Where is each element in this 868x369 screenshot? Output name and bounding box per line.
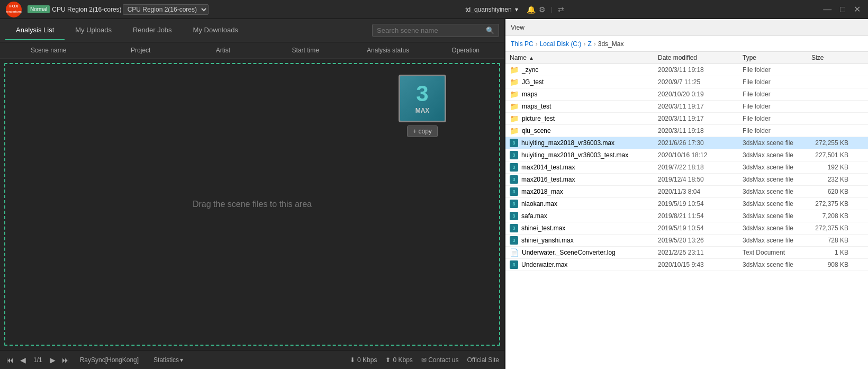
file-date-cell: 2020/3/11 19:17: [654, 103, 738, 110]
file-row[interactable]: 3 huiyiting_max2018_vr36003.max 2021/6/2…: [505, 137, 868, 149]
gear-icon[interactable]: ⚙: [539, 5, 546, 14]
file-name-cell: 📁 qiu_scene: [505, 127, 654, 135]
view-label: View: [511, 24, 525, 31]
file-name-cell: 📁 picture_test: [505, 114, 654, 123]
file-row[interactable]: 3 shinei_test.max 2019/5/19 10:54 3dsMax…: [505, 222, 868, 235]
file-type-cell: File folder: [738, 127, 807, 134]
file-row[interactable]: 📁 maps_test 2020/3/11 19:17 File folder: [505, 101, 868, 113]
file-row[interactable]: 📁 _zync 2020/3/11 19:18 File folder: [505, 64, 868, 76]
file-size-cell: 232 KB: [807, 176, 855, 183]
nav-first-button[interactable]: ⏮: [5, 356, 15, 364]
col-date-header[interactable]: Date modified: [654, 54, 738, 61]
main-area: Analysis List My Uploads Render Jobs My …: [0, 19, 868, 369]
file-row[interactable]: 📄 Underwater._SceneConverter.log 2021/2/…: [505, 247, 868, 259]
file-row[interactable]: 📁 maps 2020/10/20 0:19 File folder: [505, 88, 868, 101]
col-name-header[interactable]: Name ▲: [505, 54, 654, 61]
file-date-cell: 2020/10/15 9:43: [654, 261, 738, 268]
file-size-cell: 272,375 KB: [807, 224, 855, 232]
tab-bar: Analysis List My Uploads Render Jobs My …: [0, 19, 504, 42]
search-input[interactable]: [377, 26, 483, 34]
file-date-cell: 2019/8/21 11:54: [654, 212, 738, 220]
file-name-text: niaokan.max: [521, 200, 557, 208]
statistics-button[interactable]: Statistics ▾: [153, 356, 183, 364]
file-name-cell: 3 shinei_test.max: [505, 224, 654, 232]
search-icon[interactable]: 🔍: [486, 26, 494, 34]
contact-us-button[interactable]: ✉ Contact us: [421, 356, 459, 364]
upload-icon: ⬆: [385, 356, 391, 364]
layers-icon[interactable]: ⇄: [558, 5, 564, 14]
file-type-cell: File folder: [738, 91, 807, 98]
file-name-text: shinei_yanshi.max: [521, 237, 574, 244]
file-row[interactable]: 3 max2014_test.max 2019/7/22 18:18 3dsMa…: [505, 161, 868, 174]
file-list-header: Name ▲ Date modified Type Size: [505, 52, 868, 64]
file-name-cell: 3 shinei_yanshi.max: [505, 236, 654, 245]
maximize-button[interactable]: □: [838, 5, 847, 14]
copy-button[interactable]: + copy: [407, 125, 438, 137]
file-name-cell: 3 safa.max: [505, 212, 654, 220]
breadcrumb-local-disk[interactable]: Local Disk (C:): [540, 40, 582, 48]
file-name-text: qiu_scene: [522, 127, 551, 134]
tab-render-jobs[interactable]: Render Jobs: [122, 21, 183, 40]
col-size-header[interactable]: Size: [807, 54, 855, 61]
official-site-button[interactable]: Official Site: [467, 356, 499, 364]
search-area: 🔍: [372, 24, 499, 37]
breadcrumb-z[interactable]: Z: [587, 40, 591, 48]
drag-drop-text: Drag the scene files to this area: [193, 200, 312, 209]
bottom-right: ⬇ 0 Kbps ⬆ 0 Kbps ✉ Contact us Official …: [350, 356, 499, 364]
file-date-cell: 2019/12/4 18:50: [654, 176, 738, 183]
file-row[interactable]: 3 safa.max 2019/8/21 11:54 3dsMax scene …: [505, 210, 868, 222]
file-row[interactable]: 3 shinei_yanshi.max 2019/5/20 13:26 3dsM…: [505, 235, 868, 247]
file-type-cell: 3dsMax scene file: [738, 224, 807, 232]
normal-badge: Normal: [28, 5, 50, 13]
breadcrumb-current: 3ds_Max: [598, 40, 624, 48]
max-file-icon-small: 3: [510, 163, 518, 172]
max-file-icon-small: 3: [510, 212, 518, 220]
file-size-cell: 192 KB: [807, 164, 855, 171]
breadcrumb-this-pc[interactable]: This PC: [511, 40, 534, 48]
file-name-cell: 📁 maps: [505, 90, 654, 98]
title-username: td_quanshiyinen: [465, 6, 511, 13]
folder-icon: 📁: [510, 102, 519, 111]
nav-last-button[interactable]: ⏭: [61, 356, 70, 364]
col-type-header[interactable]: Type: [738, 54, 807, 61]
folder-icon: 📁: [510, 127, 519, 135]
doc-icon: 📄: [510, 248, 519, 257]
folder-icon: 📁: [510, 114, 519, 123]
right-panel: View This PC › Local Disk (C:) › Z › 3ds…: [505, 19, 868, 369]
file-date-cell: 2020/3/11 19:18: [654, 66, 738, 74]
file-type-cell: 3dsMax scene file: [738, 188, 807, 195]
title-center: td_quanshiyinen ▾ 🔔 ⚙ | ⇄: [209, 5, 821, 14]
max-icon-container: 3 MAX + copy: [399, 75, 446, 137]
file-row[interactable]: 3 huiyiting_max2018_vr36003_test.max 202…: [505, 149, 868, 161]
nav-next-button[interactable]: ▶: [49, 356, 57, 364]
file-row[interactable]: 📁 picture_test 2020/3/11 19:17 File fold…: [505, 113, 868, 125]
file-row[interactable]: 📁 qiu_scene 2020/3/11 19:18 File folder: [505, 125, 868, 137]
file-row[interactable]: 📁 JG_test 2020/9/7 11:25 File folder: [505, 76, 868, 88]
tab-analysis-list[interactable]: Analysis List: [5, 21, 65, 40]
file-name-text: max2014_test.max: [521, 164, 575, 171]
file-row[interactable]: 3 niaokan.max 2019/5/19 10:54 3dsMax sce…: [505, 198, 868, 210]
file-name-cell: 📁 _zync: [505, 66, 654, 74]
file-size-cell: 227,501 KB: [807, 151, 855, 159]
max-file-icon-small: 3: [510, 151, 518, 159]
close-button[interactable]: ✕: [852, 4, 863, 14]
file-date-cell: 2021/6/26 17:30: [654, 139, 738, 147]
bell-icon[interactable]: 🔔: [527, 5, 536, 14]
nav-prev-button[interactable]: ◀: [19, 356, 27, 364]
file-name-text: maps: [522, 91, 537, 98]
file-row[interactable]: 3 max2016_test.max 2019/12/4 18:50 3dsMa…: [505, 174, 868, 186]
file-name-text: max2018_max: [521, 188, 563, 195]
cpu-region-label: CPU Region 2(16-cores): [52, 6, 121, 13]
file-name-text: shinei_test.max: [521, 224, 565, 232]
file-row[interactable]: 3 max2018_max 2020/11/3 8:04 3dsMax scen…: [505, 186, 868, 198]
cpu-region-dropdown[interactable]: CPU Region 2(16-cores): [123, 4, 209, 15]
dropdown-icon[interactable]: ▾: [515, 6, 518, 13]
file-date-cell: 2020/10/20 0:19: [654, 91, 738, 98]
tab-my-downloads[interactable]: My Downloads: [183, 21, 249, 40]
breadcrumb-bar: This PC › Local Disk (C:) › Z › 3ds_Max: [505, 36, 868, 52]
file-row[interactable]: 3 Underwater.max 2020/10/15 9:43 3dsMax …: [505, 259, 868, 271]
drop-zone[interactable]: 3 MAX + copy Drag the scene files to thi…: [4, 63, 500, 346]
tab-my-uploads[interactable]: My Uploads: [65, 21, 122, 40]
file-date-cell: 2020/3/11 19:18: [654, 127, 738, 134]
minimize-button[interactable]: —: [821, 5, 834, 14]
